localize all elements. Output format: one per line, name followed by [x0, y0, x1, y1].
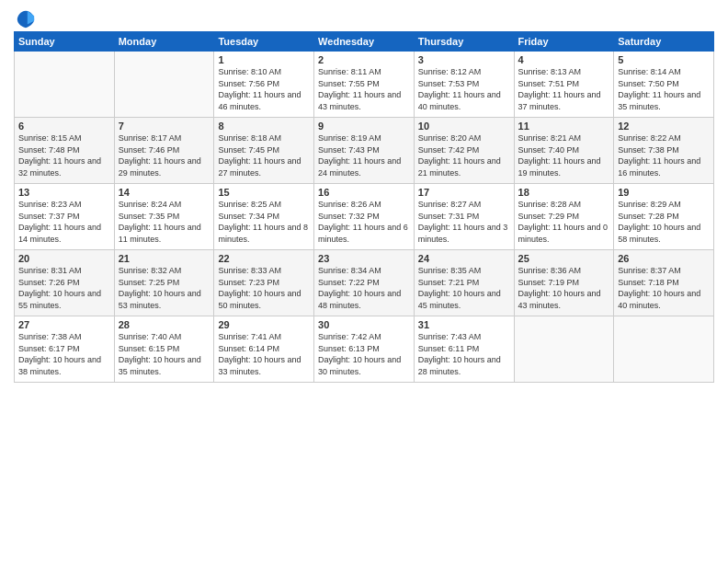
day-number: 6	[18, 121, 110, 132]
logo	[14, 9, 36, 26]
calendar-cell: 13Sunrise: 8:23 AMSunset: 7:37 PMDayligh…	[15, 184, 115, 250]
day-info: Sunrise: 8:26 AMSunset: 7:32 PMDaylight:…	[318, 199, 410, 245]
day-info: Sunrise: 8:14 AMSunset: 7:50 PMDaylight:…	[618, 66, 710, 112]
day-info: Sunrise: 8:15 AMSunset: 7:48 PMDaylight:…	[18, 132, 110, 178]
calendar-cell: 23Sunrise: 8:34 AMSunset: 7:22 PMDayligh…	[314, 250, 415, 316]
day-info: Sunrise: 8:20 AMSunset: 7:42 PMDaylight:…	[418, 132, 510, 178]
calendar-cell: 29Sunrise: 7:41 AMSunset: 6:14 PMDayligh…	[214, 316, 314, 383]
calendar-cell: 14Sunrise: 8:24 AMSunset: 7:35 PMDayligh…	[114, 184, 214, 250]
calendar-cell: 24Sunrise: 8:35 AMSunset: 7:21 PMDayligh…	[414, 250, 514, 316]
day-number: 31	[418, 319, 510, 330]
day-number: 25	[518, 253, 610, 264]
day-number: 17	[418, 187, 510, 198]
day-number: 9	[318, 121, 410, 132]
day-info: Sunrise: 8:21 AMSunset: 7:40 PMDaylight:…	[518, 132, 610, 178]
day-info: Sunrise: 8:25 AMSunset: 7:34 PMDaylight:…	[218, 199, 310, 245]
calendar-cell: 16Sunrise: 8:26 AMSunset: 7:32 PMDayligh…	[314, 184, 415, 250]
day-info: Sunrise: 8:10 AMSunset: 7:56 PMDaylight:…	[218, 66, 310, 112]
day-info: Sunrise: 8:24 AMSunset: 7:35 PMDaylight:…	[119, 199, 210, 245]
week-row-2: 6Sunrise: 8:15 AMSunset: 7:48 PMDaylight…	[15, 118, 714, 184]
day-info: Sunrise: 8:18 AMSunset: 7:45 PMDaylight:…	[218, 132, 310, 178]
day-info: Sunrise: 8:29 AMSunset: 7:28 PMDaylight:…	[618, 199, 710, 245]
day-number: 22	[218, 253, 310, 264]
day-number: 14	[119, 187, 210, 198]
day-info: Sunrise: 7:40 AMSunset: 6:15 PMDaylight:…	[119, 331, 210, 377]
day-info: Sunrise: 8:11 AMSunset: 7:55 PMDaylight:…	[318, 66, 410, 112]
calendar-cell: 22Sunrise: 8:33 AMSunset: 7:23 PMDayligh…	[214, 250, 314, 316]
calendar-cell	[15, 52, 115, 118]
day-number: 23	[318, 253, 410, 264]
calendar-cell: 21Sunrise: 8:32 AMSunset: 7:25 PMDayligh…	[114, 250, 214, 316]
day-number: 18	[518, 187, 610, 198]
day-number: 4	[518, 54, 610, 65]
day-number: 12	[618, 121, 710, 132]
day-info: Sunrise: 8:35 AMSunset: 7:21 PMDaylight:…	[418, 265, 510, 311]
calendar-cell: 25Sunrise: 8:36 AMSunset: 7:19 PMDayligh…	[514, 250, 614, 316]
page-container: SundayMondayTuesdayWednesdayThursdayFrid…	[0, 0, 728, 390]
weekday-header-wednesday: Wednesday	[314, 32, 415, 52]
calendar-cell: 8Sunrise: 8:18 AMSunset: 7:45 PMDaylight…	[214, 118, 314, 184]
header-row	[14, 9, 714, 26]
calendar-cell	[114, 52, 214, 118]
day-info: Sunrise: 8:23 AMSunset: 7:37 PMDaylight:…	[18, 199, 110, 245]
weekday-header-saturday: Saturday	[614, 32, 714, 52]
day-info: Sunrise: 8:22 AMSunset: 7:38 PMDaylight:…	[618, 132, 710, 178]
calendar-cell: 12Sunrise: 8:22 AMSunset: 7:38 PMDayligh…	[614, 118, 714, 184]
calendar-cell: 28Sunrise: 7:40 AMSunset: 6:15 PMDayligh…	[114, 316, 214, 383]
day-info: Sunrise: 8:27 AMSunset: 7:31 PMDaylight:…	[418, 199, 510, 245]
day-number: 5	[618, 54, 710, 65]
calendar-cell: 9Sunrise: 8:19 AMSunset: 7:43 PMDaylight…	[314, 118, 415, 184]
day-number: 30	[318, 319, 410, 330]
day-info: Sunrise: 7:41 AMSunset: 6:14 PMDaylight:…	[218, 331, 310, 377]
day-number: 27	[18, 319, 110, 330]
day-number: 16	[318, 187, 410, 198]
calendar-cell: 3Sunrise: 8:12 AMSunset: 7:53 PMDaylight…	[414, 52, 514, 118]
day-number: 8	[218, 121, 310, 132]
day-info: Sunrise: 8:36 AMSunset: 7:19 PMDaylight:…	[518, 265, 610, 311]
calendar-cell: 18Sunrise: 8:28 AMSunset: 7:29 PMDayligh…	[514, 184, 614, 250]
calendar-cell: 26Sunrise: 8:37 AMSunset: 7:18 PMDayligh…	[614, 250, 714, 316]
day-number: 15	[218, 187, 310, 198]
day-number: 20	[18, 253, 110, 264]
calendar-cell: 15Sunrise: 8:25 AMSunset: 7:34 PMDayligh…	[214, 184, 314, 250]
calendar-cell: 20Sunrise: 8:31 AMSunset: 7:26 PMDayligh…	[15, 250, 115, 316]
calendar-cell	[514, 316, 614, 383]
day-info: Sunrise: 8:19 AMSunset: 7:43 PMDaylight:…	[318, 132, 410, 178]
day-number: 1	[218, 54, 310, 65]
day-number: 29	[218, 319, 310, 330]
day-info: Sunrise: 8:17 AMSunset: 7:46 PMDaylight:…	[119, 132, 210, 178]
day-info: Sunrise: 8:28 AMSunset: 7:29 PMDaylight:…	[518, 199, 610, 245]
calendar-cell: 10Sunrise: 8:20 AMSunset: 7:42 PMDayligh…	[414, 118, 514, 184]
weekday-header-row: SundayMondayTuesdayWednesdayThursdayFrid…	[15, 32, 714, 52]
day-number: 7	[119, 121, 210, 132]
calendar-cell: 5Sunrise: 8:14 AMSunset: 7:50 PMDaylight…	[614, 52, 714, 118]
day-number: 13	[18, 187, 110, 198]
calendar-cell	[614, 316, 714, 383]
week-row-1: 1Sunrise: 8:10 AMSunset: 7:56 PMDaylight…	[15, 52, 714, 118]
day-number: 3	[418, 54, 510, 65]
weekday-header-sunday: Sunday	[15, 32, 115, 52]
calendar-cell: 2Sunrise: 8:11 AMSunset: 7:55 PMDaylight…	[314, 52, 415, 118]
calendar-cell: 4Sunrise: 8:13 AMSunset: 7:51 PMDaylight…	[514, 52, 614, 118]
weekday-header-monday: Monday	[114, 32, 214, 52]
weekday-header-tuesday: Tuesday	[214, 32, 314, 52]
day-info: Sunrise: 8:37 AMSunset: 7:18 PMDaylight:…	[618, 265, 710, 311]
calendar-cell: 6Sunrise: 8:15 AMSunset: 7:48 PMDaylight…	[15, 118, 115, 184]
calendar-cell: 7Sunrise: 8:17 AMSunset: 7:46 PMDaylight…	[114, 118, 214, 184]
calendar-cell: 19Sunrise: 8:29 AMSunset: 7:28 PMDayligh…	[614, 184, 714, 250]
day-info: Sunrise: 7:42 AMSunset: 6:13 PMDaylight:…	[318, 331, 410, 377]
day-number: 11	[518, 121, 610, 132]
day-number: 10	[418, 121, 510, 132]
day-number: 28	[119, 319, 210, 330]
day-number: 21	[119, 253, 210, 264]
day-number: 2	[318, 54, 410, 65]
day-info: Sunrise: 8:12 AMSunset: 7:53 PMDaylight:…	[418, 66, 510, 112]
week-row-5: 27Sunrise: 7:38 AMSunset: 6:17 PMDayligh…	[15, 316, 714, 383]
calendar-cell: 27Sunrise: 7:38 AMSunset: 6:17 PMDayligh…	[15, 316, 115, 383]
day-info: Sunrise: 8:32 AMSunset: 7:25 PMDaylight:…	[119, 265, 210, 311]
weekday-header-thursday: Thursday	[414, 32, 514, 52]
calendar-table: SundayMondayTuesdayWednesdayThursdayFrid…	[14, 31, 714, 383]
day-info: Sunrise: 7:43 AMSunset: 6:11 PMDaylight:…	[418, 331, 510, 377]
calendar-cell: 31Sunrise: 7:43 AMSunset: 6:11 PMDayligh…	[414, 316, 514, 383]
week-row-3: 13Sunrise: 8:23 AMSunset: 7:37 PMDayligh…	[15, 184, 714, 250]
